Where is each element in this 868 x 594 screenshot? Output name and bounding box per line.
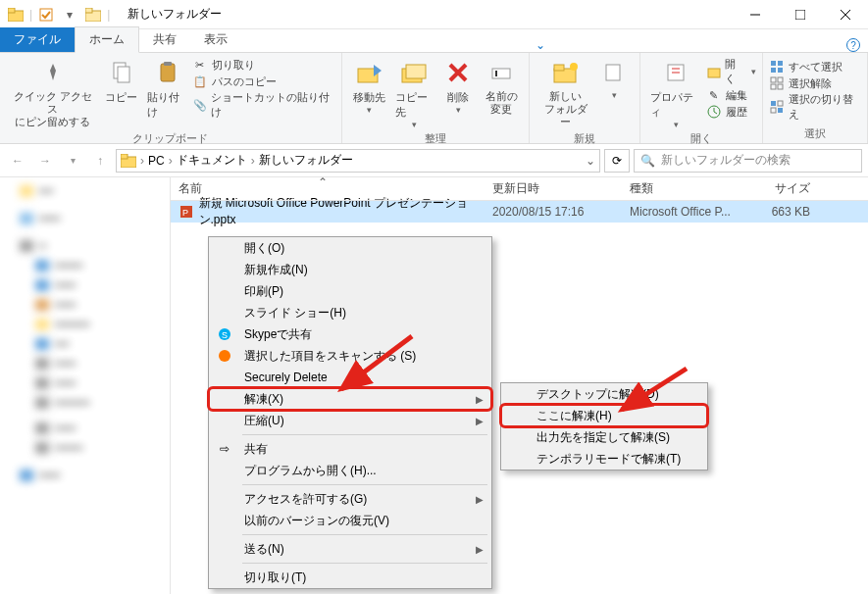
- ctx-slideshow[interactable]: スライド ショー(H): [209, 302, 491, 323]
- tab-view[interactable]: 表示: [190, 27, 241, 52]
- group-organize-label: 整理: [348, 131, 523, 148]
- ctx-sendto[interactable]: 送る(N)▶: [209, 538, 491, 560]
- context-submenu: デスクトップに解凍(D) ここに解凍(H) 出力先を指定して解凍(S) テンポラ…: [500, 382, 708, 470]
- ctx-open[interactable]: 開く(O): [209, 237, 491, 259]
- history-button[interactable]: 履歴: [706, 104, 756, 120]
- qat-separator: |: [29, 8, 32, 22]
- sort-indicator-icon: ⌃: [318, 175, 328, 189]
- address-dropdown-icon[interactable]: ⌄: [586, 154, 595, 168]
- maximize-button[interactable]: [778, 0, 823, 29]
- checkbox-icon[interactable]: [35, 4, 57, 25]
- side-item: ━━: [0, 334, 170, 354]
- ctx-separator: [242, 563, 487, 564]
- ctx-access[interactable]: アクセスを許可する(G)▶: [209, 488, 491, 510]
- column-size[interactable]: サイズ: [740, 180, 818, 197]
- ctx-restore[interactable]: 以前のバージョンの復元(V): [209, 510, 491, 531]
- open-button[interactable]: 開く▾: [706, 57, 756, 86]
- forward-button[interactable]: →: [33, 149, 57, 173]
- delete-button[interactable]: 削除▾: [436, 55, 480, 117]
- ctx-scan[interactable]: 選択した項目をスキャンする (S): [209, 345, 491, 367]
- recent-dropdown[interactable]: ▾: [61, 149, 84, 173]
- minimize-button[interactable]: [733, 0, 778, 29]
- crumb-pc[interactable]: PC: [148, 154, 165, 168]
- help-icon[interactable]: ?: [846, 38, 860, 52]
- svg-rect-27: [771, 61, 776, 66]
- properties-button[interactable]: プロパティ▾: [646, 55, 706, 131]
- edit-button[interactable]: ✎編集: [706, 87, 756, 103]
- copy-path-button[interactable]: 📋パスのコピー: [192, 74, 335, 89]
- select-none-button[interactable]: 選択解除: [769, 75, 861, 91]
- ribbon-toggle-icon[interactable]: ⌄: [536, 38, 545, 52]
- folder-small-icon: [82, 4, 104, 25]
- move-to-button[interactable]: 移動先▾: [348, 55, 391, 117]
- crumb-documents[interactable]: ドキュメント: [177, 152, 247, 169]
- select-all-button[interactable]: すべて選択: [769, 59, 861, 74]
- paste-button[interactable]: 貼り付け: [143, 55, 192, 122]
- nav-pane[interactable]: ━━ ━━━ ━ ━━━━ ━━━ ━━━ ━━━━━ ━━ ━━━ ━━━ ━…: [0, 177, 171, 594]
- tab-file[interactable]: ファイル: [0, 27, 75, 52]
- ctx-extract[interactable]: 解凍(X)▶: [209, 388, 491, 410]
- ctx-extract-output[interactable]: 出力先を指定して解凍(S): [501, 426, 707, 448]
- ctx-new[interactable]: 新規作成(N): [209, 259, 491, 280]
- skype-icon: S: [217, 326, 232, 342]
- svg-rect-11: [161, 64, 175, 81]
- svg-rect-30: [778, 68, 783, 73]
- chevron-right-icon[interactable]: ›: [140, 154, 144, 168]
- ctx-extract-desktop[interactable]: デスクトップに解凍(D): [501, 383, 707, 405]
- svg-rect-33: [771, 84, 776, 89]
- crumb-folder[interactable]: 新しいフォルダー: [259, 152, 353, 169]
- back-button[interactable]: ←: [6, 149, 29, 173]
- ctx-print[interactable]: 印刷(P): [209, 280, 491, 302]
- column-name[interactable]: 名前: [171, 180, 485, 197]
- side-item: ━━━: [0, 209, 170, 228]
- ctx-separator: [242, 534, 487, 535]
- invert-selection-button[interactable]: 選択の切り替え: [769, 92, 861, 122]
- side-item: ━━━: [0, 295, 170, 315]
- side-item: ━━━: [0, 275, 170, 295]
- tab-share[interactable]: 共有: [139, 27, 190, 52]
- qat-dropdown-icon[interactable]: ▾: [59, 4, 80, 25]
- file-row[interactable]: P 新規 Microsoft Office PowerPoint プレゼンテーシ…: [171, 201, 868, 223]
- new-item-button[interactable]: ▾: [595, 55, 634, 102]
- ctx-cut[interactable]: 切り取り(T): [209, 567, 491, 588]
- svg-rect-29: [771, 68, 776, 73]
- pin-quick-access-button[interactable]: クイック アクセス にピン留めする: [6, 55, 100, 131]
- refresh-button[interactable]: ⟳: [604, 149, 630, 173]
- new-folder-button[interactable]: 新しい フォルダー: [536, 55, 595, 131]
- chevron-right-icon[interactable]: ›: [251, 154, 255, 168]
- column-type[interactable]: 種類: [622, 180, 740, 197]
- side-item: ━━━━━: [0, 393, 170, 413]
- close-button[interactable]: [823, 0, 868, 29]
- share-icon: ⇨: [217, 441, 232, 457]
- tab-home[interactable]: ホーム: [75, 26, 139, 53]
- ctx-extract-here[interactable]: ここに解凍(H): [501, 405, 707, 426]
- rename-button[interactable]: 名前の 変更: [480, 55, 523, 118]
- column-modified[interactable]: 更新日時: [485, 180, 622, 197]
- svg-rect-40: [121, 154, 128, 159]
- up-button[interactable]: ↑: [88, 149, 112, 173]
- side-item: ━━━: [0, 354, 170, 373]
- svg-rect-35: [771, 101, 776, 106]
- side-item: ━━━: [0, 466, 170, 485]
- ctx-secure-delete[interactable]: Securely Delete: [209, 367, 491, 388]
- copy-to-button[interactable]: コピー先▾: [391, 55, 436, 131]
- side-item: ━━━━: [0, 438, 170, 458]
- ctx-extract-temp[interactable]: テンポラリモードで解凍(T): [501, 448, 707, 470]
- ctx-compress[interactable]: 圧縮(U)▶: [209, 410, 491, 431]
- scissors-icon: ✂: [192, 57, 208, 73]
- svg-rect-15: [406, 65, 426, 78]
- ctx-skype[interactable]: SSkypeで共有: [209, 323, 491, 345]
- ctx-share[interactable]: ⇨共有: [209, 438, 491, 460]
- folder-icon: [5, 4, 26, 25]
- copy-button[interactable]: コピー: [100, 55, 143, 107]
- file-size: 663 KB: [740, 205, 818, 219]
- chevron-right-icon[interactable]: ›: [169, 154, 173, 168]
- address-bar[interactable]: › PC › ドキュメント › 新しいフォルダー ⌄: [116, 149, 600, 173]
- search-input[interactable]: 🔍 新しいフォルダーの検索: [634, 149, 862, 173]
- cut-button[interactable]: ✂切り取り: [192, 57, 335, 73]
- svg-rect-32: [778, 77, 783, 82]
- paste-shortcut-button[interactable]: 📎ショートカットの貼り付け: [192, 90, 335, 120]
- ctx-openwith[interactable]: プログラムから開く(H)...: [209, 460, 491, 481]
- submenu-arrow-icon: ▶: [476, 494, 484, 505]
- svg-rect-25: [708, 69, 720, 77]
